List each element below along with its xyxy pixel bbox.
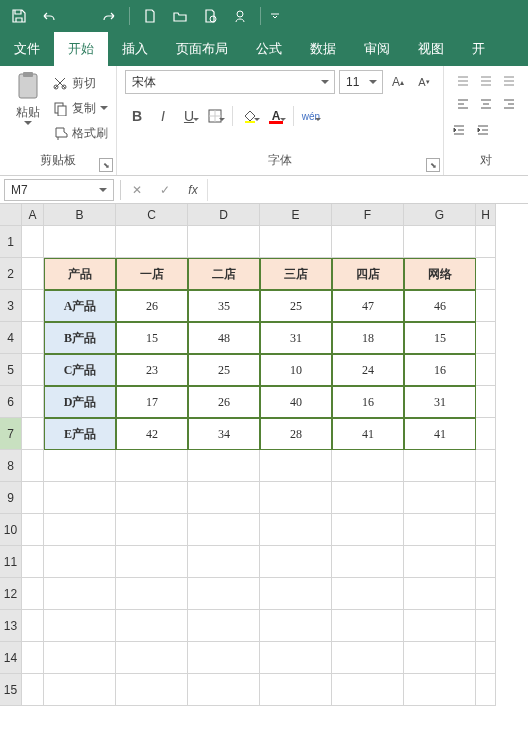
cell[interactable]	[332, 610, 404, 642]
cell[interactable]	[22, 226, 44, 258]
cell[interactable]	[188, 514, 260, 546]
cell[interactable]: D产品	[44, 386, 116, 418]
select-all-corner[interactable]	[0, 204, 22, 226]
cell[interactable]: 48	[188, 322, 260, 354]
row-header[interactable]: 1	[0, 226, 22, 258]
paste-button[interactable]: 粘贴	[8, 70, 48, 128]
col-header[interactable]: E	[260, 204, 332, 226]
wps-icon[interactable]	[227, 3, 253, 29]
cell[interactable]	[22, 290, 44, 322]
cell[interactable]	[116, 546, 188, 578]
cell[interactable]: 25	[260, 290, 332, 322]
align-top-center-icon[interactable]	[475, 70, 497, 92]
cell[interactable]: 31	[260, 322, 332, 354]
font-dialog-launcher[interactable]: ⬊	[426, 158, 440, 172]
cell[interactable]	[476, 322, 496, 354]
cell[interactable]: 16	[332, 386, 404, 418]
cell[interactable]	[116, 482, 188, 514]
cell[interactable]	[332, 514, 404, 546]
increase-font-icon[interactable]: A▴	[387, 70, 409, 94]
cell[interactable]	[22, 642, 44, 674]
font-name-select[interactable]: 宋体	[125, 70, 335, 94]
redo-icon[interactable]	[96, 3, 122, 29]
cell[interactable]: 35	[188, 290, 260, 322]
cell[interactable]	[188, 450, 260, 482]
cell[interactable]: 26	[188, 386, 260, 418]
copy-button[interactable]: 复制	[52, 97, 108, 119]
bold-button[interactable]: B	[125, 104, 149, 128]
cell[interactable]: 46	[404, 290, 476, 322]
cell[interactable]	[44, 674, 116, 706]
align-right-icon[interactable]	[498, 93, 520, 115]
row-header[interactable]: 11	[0, 546, 22, 578]
cell[interactable]	[332, 642, 404, 674]
cell[interactable]: 41	[404, 418, 476, 450]
cell[interactable]	[404, 546, 476, 578]
cell[interactable]	[332, 546, 404, 578]
decrease-indent-icon[interactable]	[452, 123, 474, 145]
cell[interactable]: 16	[404, 354, 476, 386]
cell[interactable]: 40	[260, 386, 332, 418]
cell[interactable]	[188, 642, 260, 674]
cell[interactable]	[22, 450, 44, 482]
row-header[interactable]: 15	[0, 674, 22, 706]
cell[interactable]	[116, 578, 188, 610]
cell[interactable]	[188, 610, 260, 642]
cell[interactable]	[404, 514, 476, 546]
cell[interactable]: 34	[188, 418, 260, 450]
cell[interactable]	[476, 578, 496, 610]
row-header[interactable]: 4	[0, 322, 22, 354]
cell[interactable]: 42	[116, 418, 188, 450]
align-top-left-icon[interactable]	[452, 70, 474, 92]
cell[interactable]: 41	[332, 418, 404, 450]
new-doc-icon[interactable]	[137, 3, 163, 29]
cell[interactable]: 四店	[332, 258, 404, 290]
cell[interactable]	[44, 578, 116, 610]
spreadsheet[interactable]: ABCDEFGH12产品一店二店三店四店网络3A产品26352547464B产品…	[0, 204, 528, 752]
fill-color-button[interactable]	[238, 104, 262, 128]
cell[interactable]	[476, 226, 496, 258]
tab-layout[interactable]: 页面布局	[162, 32, 242, 66]
row-header[interactable]: 14	[0, 642, 22, 674]
tab-file[interactable]: 文件	[0, 32, 54, 66]
align-center-icon[interactable]	[475, 93, 497, 115]
format-painter-button[interactable]: 格式刷	[52, 122, 108, 144]
cell[interactable]	[332, 482, 404, 514]
cell[interactable]	[44, 226, 116, 258]
cell[interactable]	[476, 354, 496, 386]
cell[interactable]	[260, 642, 332, 674]
cell[interactable]	[22, 546, 44, 578]
cell[interactable]: E产品	[44, 418, 116, 450]
cell[interactable]: 31	[404, 386, 476, 418]
row-header[interactable]: 3	[0, 290, 22, 322]
underline-button[interactable]: U	[177, 104, 201, 128]
tab-insert[interactable]: 插入	[108, 32, 162, 66]
cell[interactable]: 10	[260, 354, 332, 386]
cell[interactable]	[332, 578, 404, 610]
cell[interactable]	[44, 482, 116, 514]
row-header[interactable]: 13	[0, 610, 22, 642]
align-left-icon[interactable]	[452, 93, 474, 115]
cell[interactable]	[260, 226, 332, 258]
cell[interactable]: 15	[116, 322, 188, 354]
cell[interactable]	[404, 578, 476, 610]
cell[interactable]	[22, 418, 44, 450]
cell[interactable]: 二店	[188, 258, 260, 290]
cell[interactable]	[476, 258, 496, 290]
font-size-select[interactable]: 11	[339, 70, 383, 94]
cell[interactable]	[476, 450, 496, 482]
formula-bar[interactable]	[207, 179, 528, 201]
cell[interactable]	[260, 674, 332, 706]
cell[interactable]: 23	[116, 354, 188, 386]
row-header[interactable]: 12	[0, 578, 22, 610]
cell[interactable]	[22, 386, 44, 418]
cell[interactable]	[188, 546, 260, 578]
cell[interactable]	[404, 674, 476, 706]
col-header[interactable]: C	[116, 204, 188, 226]
cell[interactable]: 28	[260, 418, 332, 450]
cell[interactable]	[116, 226, 188, 258]
cell[interactable]	[116, 514, 188, 546]
name-box[interactable]: M7	[4, 179, 114, 201]
enter-icon[interactable]: ✓	[151, 176, 179, 204]
cell[interactable]	[44, 514, 116, 546]
